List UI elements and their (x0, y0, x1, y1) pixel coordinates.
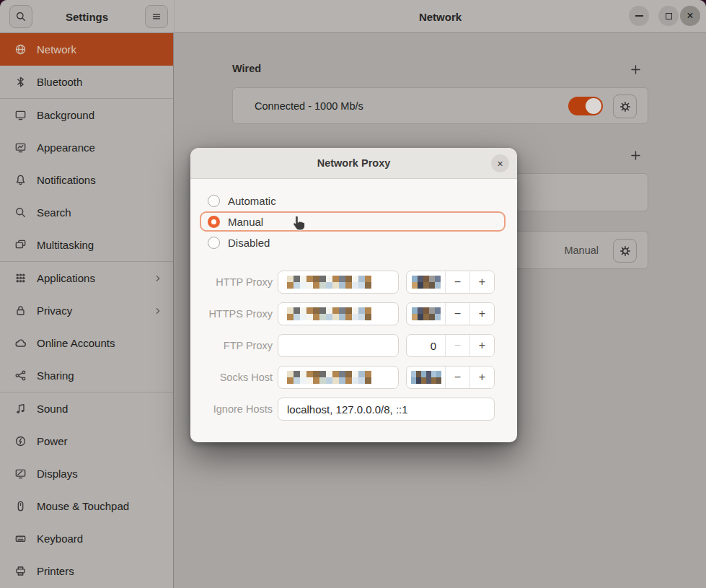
ignore-hosts-row: Ignore Hosts localhost, 127.0.0.0/8, ::1 (190, 398, 517, 421)
proxy-method-manual[interactable]: Manual (200, 211, 506, 232)
redacted-host-value (287, 276, 371, 289)
ftp-port-value[interactable]: 0 (407, 335, 445, 356)
increment-button[interactable]: + (469, 367, 494, 388)
sidebar-item-label: Privacy (37, 304, 72, 317)
redacted-port-value (411, 371, 441, 384)
sidebar-item-printers[interactable]: Printers (0, 555, 173, 587)
sidebar-item-appearance[interactable]: Appearance (0, 131, 173, 164)
ftp-proxy-input[interactable] (278, 334, 399, 357)
dialog-title: Network Proxy (317, 157, 391, 169)
proxy-method-automatic[interactable]: Automatic (200, 190, 506, 211)
socks-host-input[interactable] (278, 366, 399, 389)
settings-sidebar: NetworkBluetoothBackgroundAppearanceNoti… (0, 33, 174, 588)
https-proxy-row: HTTPS Proxy − + (190, 302, 517, 325)
sidebar-item-search[interactable]: Search (0, 196, 173, 229)
socks-host-row: Socks Host − + (190, 366, 517, 389)
cloud-icon (14, 337, 27, 349)
sidebar-headerbar: Settings (0, 0, 174, 33)
proxy-settings-button[interactable] (613, 239, 637, 263)
sidebar-item-power[interactable]: Power (0, 425, 173, 457)
wired-section-title: Wired (232, 63, 261, 74)
radio-label: Manual (228, 216, 263, 228)
sidebar-item-notifications[interactable]: Notifications (0, 164, 173, 196)
globe-icon (14, 43, 27, 56)
connection-status: Connected - 1000 Mb/s (255, 88, 363, 123)
socks-host-label: Socks Host (190, 366, 273, 389)
socks-port-value[interactable] (407, 367, 445, 388)
sidebar-item-label: Printers (37, 565, 74, 577)
decrement-button[interactable]: − (445, 303, 469, 325)
redacted-port-value (412, 276, 441, 289)
sidebar-item-label: Sharing (37, 369, 74, 382)
sidebar-item-keyboard[interactable]: Keyboard (0, 522, 173, 555)
chevron-right-icon (153, 306, 163, 316)
sidebar-item-label: Displays (37, 468, 78, 480)
http-proxy-row: HTTP Proxy − + (190, 271, 517, 294)
sidebar-item-privacy[interactable]: Privacy (0, 294, 173, 327)
menu-icon (151, 11, 162, 22)
add-wired-connection-button[interactable] (627, 61, 644, 78)
http-proxy-label: HTTP Proxy (190, 271, 273, 294)
increment-button[interactable]: + (469, 335, 494, 356)
add-vpn-button[interactable] (627, 146, 644, 164)
sidebar-item-label: Mouse & Touchpad (37, 500, 129, 512)
share-icon (14, 369, 27, 382)
maximize-icon (666, 13, 672, 19)
https-proxy-input[interactable] (278, 302, 399, 325)
minimize-button[interactable] (629, 6, 649, 26)
toggle-knob (586, 98, 601, 114)
bell-icon (14, 174, 27, 186)
close-window-button[interactable]: × (680, 6, 700, 26)
appearance-icon (14, 141, 27, 154)
wired-settings-button[interactable] (613, 95, 637, 118)
increment-button[interactable]: + (469, 271, 494, 293)
sidebar-item-label: Multitasking (37, 239, 94, 251)
sidebar-item-online-accounts[interactable]: Online Accounts (0, 327, 173, 359)
radio-icon (208, 195, 220, 207)
proxy-method-disabled[interactable]: Disabled (200, 232, 506, 253)
sidebar-item-label: Search (37, 206, 71, 219)
mouse-icon (14, 500, 27, 512)
plus-icon (630, 149, 642, 162)
redacted-host-value (287, 371, 371, 384)
dialog-headerbar: Network Proxy × (190, 148, 517, 179)
sidebar-item-sharing[interactable]: Sharing (0, 359, 173, 392)
displays-icon (14, 468, 27, 480)
http-proxy-input[interactable] (278, 271, 399, 294)
sidebar-item-applications[interactable]: Applications (0, 262, 173, 294)
sidebar-item-sound[interactable]: Sound (0, 392, 173, 425)
https-port-spinner: − + (406, 302, 495, 325)
decrement-button[interactable]: − (445, 271, 469, 293)
background-icon (14, 109, 27, 121)
power-icon (14, 435, 27, 447)
sidebar-item-label: Notifications (37, 174, 96, 186)
radio-icon (208, 237, 220, 249)
wired-toggle[interactable] (568, 97, 603, 115)
decrement-button[interactable]: − (445, 367, 469, 388)
bluetooth-icon (14, 76, 27, 88)
close-icon: × (687, 10, 693, 22)
chevron-right-icon (153, 273, 163, 284)
decrement-button-disabled: − (445, 335, 469, 356)
sidebar-item-displays[interactable]: Displays (0, 457, 173, 490)
sidebar-item-multitasking[interactable]: Multitasking (0, 229, 173, 261)
redacted-port-value (412, 307, 441, 320)
sidebar-item-label: Bluetooth (37, 76, 82, 88)
sidebar-item-network[interactable]: Network (0, 33, 173, 66)
sidebar-item-mouse-touchpad[interactable]: Mouse & Touchpad (0, 490, 173, 522)
maximize-button[interactable] (658, 6, 679, 26)
apps-icon (14, 272, 27, 284)
dialog-close-button[interactable]: × (491, 154, 509, 172)
sidebar-item-label: Network (37, 43, 76, 56)
main-headerbar: Network × (175, 0, 706, 33)
http-port-value[interactable] (407, 271, 445, 293)
https-port-value[interactable] (407, 303, 445, 325)
ignore-hosts-input[interactable]: localhost, 127.0.0.0/8, ::1 (278, 398, 495, 421)
menu-button[interactable] (145, 5, 168, 28)
sidebar-item-bluetooth[interactable]: Bluetooth (0, 66, 173, 98)
sidebar-item-background[interactable]: Background (0, 99, 173, 131)
search-icon (14, 206, 27, 219)
radio-label: Disabled (228, 237, 270, 249)
increment-button[interactable]: + (469, 303, 494, 325)
sidebar-item-label: Keyboard (37, 532, 83, 545)
